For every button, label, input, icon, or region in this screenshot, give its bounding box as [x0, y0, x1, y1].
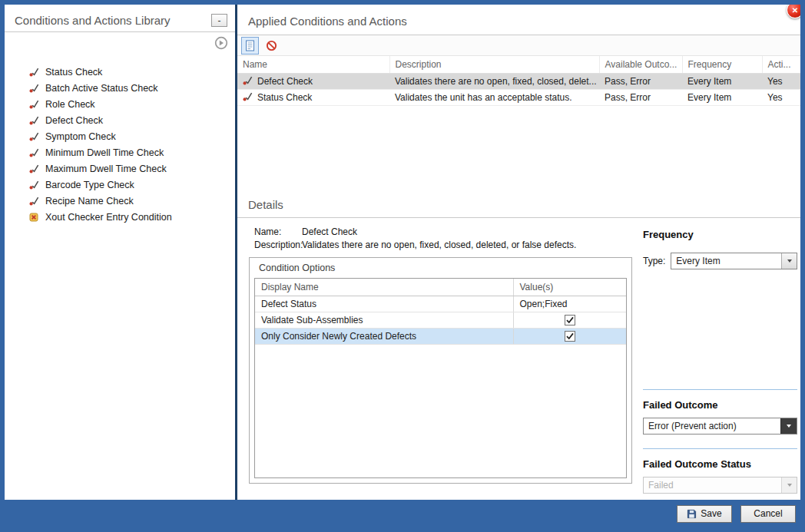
description-value: Validates there are no open, fixed, clos… — [302, 240, 632, 250]
condition-option-row-only-consider-newly-created-defects[interactable]: Only Consider Newly Created Defects — [255, 329, 626, 345]
applied-table-header-row: NameDescriptionAvailable Outco...Frequen… — [237, 56, 800, 74]
frequency-title: Frequency — [643, 229, 797, 240]
applied-row-cell: Validates the unit has an acceptable sta… — [389, 90, 599, 106]
add-condition-icon[interactable] — [241, 37, 259, 55]
applied-title: Applied Conditions and Actions — [237, 5, 800, 35]
condition-option-row-validate-sub-assemblies[interactable]: Validate Sub-Assemblies — [255, 312, 626, 329]
applied-row-cell: Pass, Error — [599, 74, 682, 90]
close-button[interactable]: ✕ — [787, 2, 803, 18]
library-item-label: Barcode Type Check — [45, 180, 134, 190]
chevron-down-icon[interactable] — [780, 418, 797, 434]
details-right-column: Frequency Type: Every Item Failed Outcom… — [643, 224, 797, 500]
option-display-name: Only Consider Newly Created Defects — [255, 329, 513, 345]
condition-check-icon — [28, 147, 39, 157]
library-panel: Conditions and Actions Library - Status … — [5, 5, 237, 500]
condition-option-row-defect-status[interactable]: Defect StatusOpen;Fixed — [255, 296, 626, 312]
applied-row-name-cell: Defect Check — [237, 74, 389, 90]
chevron-right-circle-icon[interactable] — [214, 36, 228, 55]
applied-column-header-frequency[interactable]: Frequency — [682, 56, 762, 74]
applied-column-header-description[interactable]: Description — [389, 56, 599, 74]
separator-line — [643, 448, 797, 449]
chevron-down-icon — [781, 477, 797, 493]
applied-panel: Applied Conditions and Actions NameDescr… — [237, 5, 800, 500]
applied-row-defect-check[interactable]: Defect CheckValidates there are no open,… — [237, 74, 800, 90]
library-item-label: Batch Active Status Check — [45, 83, 158, 94]
description-label: Description: — [254, 240, 302, 250]
library-header: Conditions and Actions Library - — [5, 5, 235, 32]
checkbox-checked[interactable] — [565, 331, 575, 342]
applied-row-name: Defect Check — [257, 76, 313, 87]
applied-row-cell: Validates there are no open, fixed, clos… — [389, 74, 599, 90]
cancel-button-label: Cancel — [754, 508, 782, 519]
condition-check-icon — [28, 115, 39, 125]
condition-options-title: Condition Options — [250, 258, 631, 277]
applied-row-cell: Yes — [762, 90, 800, 106]
chevron-down-icon[interactable] — [781, 253, 797, 269]
applied-row-name-cell: Status Check — [237, 90, 389, 106]
library-item-label: Minimum Dwell Time Check — [45, 147, 164, 158]
library-item-status-check[interactable]: Status Check — [28, 64, 235, 80]
condition-check-icon — [28, 131, 39, 141]
library-item-label: Recipe Name Check — [45, 196, 134, 207]
library-item-defect-check[interactable]: Defect Check — [28, 112, 235, 128]
library-subbar — [5, 32, 235, 55]
option-column-header-value-s: Value(s) — [513, 279, 626, 296]
remove-condition-icon[interactable] — [263, 37, 280, 55]
details-title: Details — [237, 191, 800, 218]
library-item-label: Defect Check — [45, 115, 103, 126]
library-item-label: Maximum Dwell Time Check — [45, 164, 167, 174]
library-list: Status CheckBatch Active Status CheckRol… — [5, 55, 235, 225]
failed-outcome-status-value: Failed — [644, 477, 781, 493]
failed-outcome-value: Error (Prevent action) — [644, 418, 780, 434]
save-button[interactable]: Save — [677, 505, 732, 523]
applied-toolbar — [237, 35, 800, 55]
option-value-cell — [513, 329, 626, 345]
option-display-name: Defect Status — [255, 296, 513, 312]
option-column-header-display-name: Display Name — [255, 279, 513, 296]
library-item-recipe-name-check[interactable]: Recipe Name Check — [28, 193, 235, 209]
library-item-minimum-dwell-time-check[interactable]: Minimum Dwell Time Check — [28, 144, 235, 160]
separator-line — [643, 389, 797, 390]
condition-check-icon — [28, 180, 39, 190]
save-button-label: Save — [701, 508, 721, 519]
applied-column-header-acti[interactable]: Acti... — [762, 56, 800, 74]
applied-column-header-available-outco[interactable]: Available Outco... — [599, 56, 682, 74]
condition-check-icon — [243, 75, 253, 88]
condition-check-icon — [28, 67, 39, 77]
name-value: Defect Check — [302, 226, 632, 237]
option-value-text: Open;Fixed — [513, 296, 626, 312]
footer-bar: Save Cancel — [5, 500, 800, 527]
option-value-cell — [513, 312, 626, 329]
option-display-name: Validate Sub-Assemblies — [255, 312, 513, 329]
condition-check-icon — [28, 99, 39, 109]
condition-check-icon — [28, 83, 39, 93]
library-item-symptom-check[interactable]: Symptom Check — [28, 128, 235, 144]
library-item-label: Status Check — [45, 67, 102, 78]
applied-row-cell: Every Item — [682, 74, 762, 90]
applied-row-cell: Yes — [762, 74, 800, 90]
xout-entry-icon — [28, 212, 39, 223]
condition-options-table: Display NameValue(s) Defect StatusOpen;F… — [254, 278, 627, 478]
library-item-label: Symptom Check — [45, 131, 116, 142]
library-collapse-button[interactable]: - — [211, 14, 227, 27]
failed-outcome-status-title: Failed Outcome Status — [643, 458, 797, 470]
library-item-barcode-type-check[interactable]: Barcode Type Check — [28, 177, 235, 193]
applied-column-header-name[interactable]: Name — [237, 56, 389, 74]
library-item-xout-checker-entry-condition[interactable]: Xout Checker Entry Condition — [28, 209, 235, 225]
library-item-role-check[interactable]: Role Check — [28, 96, 235, 112]
applied-conditions-table: NameDescriptionAvailable Outco...Frequen… — [237, 55, 800, 191]
library-item-label: Role Check — [45, 99, 95, 110]
applied-row-cell: Every Item — [682, 90, 762, 106]
library-title: Conditions and Actions Library — [15, 14, 211, 27]
condition-options-header-row: Display NameValue(s) — [255, 279, 626, 296]
frequency-type-select[interactable]: Every Item — [671, 253, 797, 269]
cancel-button[interactable]: Cancel — [740, 505, 796, 523]
failed-outcome-select[interactable]: Error (Prevent action) — [643, 418, 797, 435]
condition-check-icon — [243, 91, 253, 104]
save-icon — [687, 509, 697, 519]
applied-row-status-check[interactable]: Status CheckValidates the unit has an ac… — [237, 90, 800, 106]
library-item-batch-active-status-check[interactable]: Batch Active Status Check — [28, 80, 235, 96]
frequency-type-label: Type: — [643, 256, 665, 266]
checkbox-checked[interactable] — [565, 315, 575, 325]
library-item-maximum-dwell-time-check[interactable]: Maximum Dwell Time Check — [28, 160, 235, 177]
